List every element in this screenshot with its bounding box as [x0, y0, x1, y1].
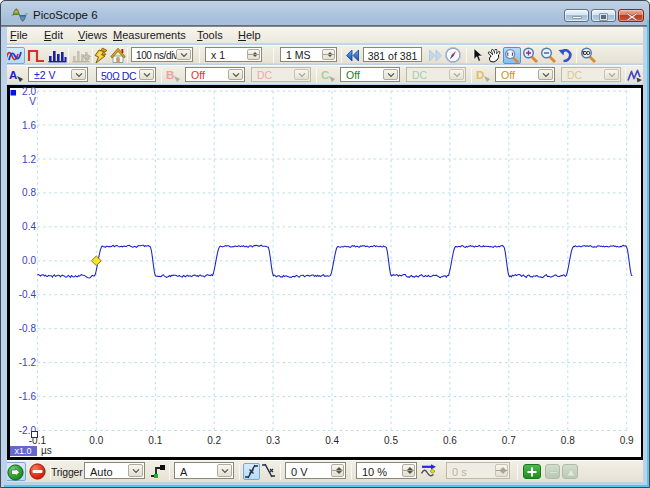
svg-text:-1.6: -1.6 [19, 391, 37, 402]
svg-text:0.8: 0.8 [22, 187, 36, 198]
svg-text:0.7: 0.7 [502, 435, 516, 446]
svg-text:0.2: 0.2 [207, 435, 221, 446]
svg-text:0.0: 0.0 [89, 435, 103, 446]
svg-text:0.3: 0.3 [266, 435, 280, 446]
svg-text:0.5: 0.5 [384, 435, 398, 446]
svg-text:2.0: 2.0 [22, 86, 36, 97]
svg-text:0.9: 0.9 [620, 435, 634, 446]
svg-text:1.6: 1.6 [22, 120, 36, 131]
svg-text:V: V [29, 96, 36, 107]
svg-text:0.6: 0.6 [443, 435, 457, 446]
svg-text:0.4: 0.4 [325, 435, 339, 446]
svg-text:0.0: 0.0 [22, 255, 36, 266]
svg-text:-0.4: -0.4 [19, 289, 37, 300]
svg-text:1.2: 1.2 [22, 154, 36, 165]
svg-text:0.1: 0.1 [148, 435, 162, 446]
svg-text:µs: µs [41, 445, 52, 456]
svg-text:x1.0: x1.0 [14, 446, 31, 456]
svg-text:-1.2: -1.2 [19, 357, 37, 368]
svg-text:0.4: 0.4 [22, 221, 36, 232]
svg-text:0.8: 0.8 [561, 435, 575, 446]
svg-text:-0.8: -0.8 [19, 323, 37, 334]
